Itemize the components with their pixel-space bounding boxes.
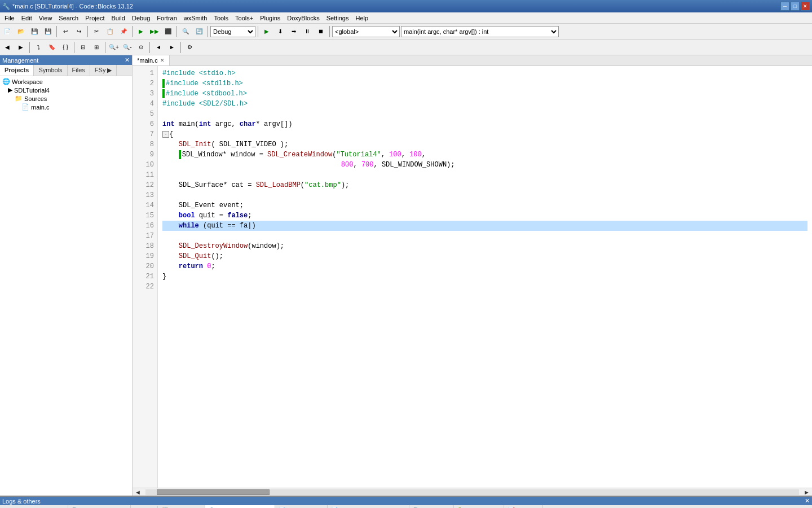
logs-label: Logs & others: [2, 498, 41, 505]
redo-button[interactable]: ↪: [73, 25, 85, 38]
tab-fsy[interactable]: FSy ▶: [90, 65, 117, 76]
tab-projects[interactable]: Projects: [0, 65, 34, 76]
mainc-label: main.c: [31, 104, 49, 111]
menu-fortran[interactable]: Fortran: [153, 14, 180, 23]
tree-mainc[interactable]: 📄 main.c: [1, 103, 131, 111]
sidebar-tabs: Projects Symbols Files FSy ▶: [0, 65, 132, 76]
minimize-button[interactable]: ─: [780, 2, 789, 11]
bottom-tab-cccc[interactable]: Cccc ✕: [131, 506, 158, 509]
build-button[interactable]: ▶: [135, 25, 147, 38]
menu-file[interactable]: File: [1, 14, 18, 23]
jump-button[interactable]: ⤵: [32, 41, 45, 54]
fold-all[interactable]: ⊟: [77, 41, 89, 54]
editor-tab-mainc[interactable]: *main.c ✕: [133, 55, 170, 65]
tree-project[interactable]: ▶ SDLTutorial4: [1, 86, 131, 94]
bottom-tab-dox[interactable]: 📝 Dox▶ ✕: [504, 505, 543, 508]
window-controls[interactable]: ─ □ ✕: [780, 2, 810, 11]
new-button[interactable]: 📄: [1, 25, 14, 38]
sep6: [258, 26, 258, 37]
find-button[interactable]: 🔍: [179, 25, 192, 38]
bottom-tab-codeblocks[interactable]: ⚙ Code::Blocks ✕: [11, 505, 68, 508]
sep7: [329, 26, 330, 37]
maximize-button[interactable]: □: [791, 2, 800, 11]
zoom-in[interactable]: 🔍+: [108, 41, 120, 54]
sources-label: Sources: [24, 95, 47, 102]
menu-debug[interactable]: Debug: [129, 14, 153, 23]
zoom-out[interactable]: 🔍-: [121, 41, 134, 54]
menu-wxsmith[interactable]: wxSmith: [180, 14, 211, 23]
cursor-right[interactable]: ►: [166, 41, 178, 54]
menu-settings[interactable]: Settings: [323, 14, 352, 23]
close-button[interactable]: ✕: [801, 2, 810, 11]
copy-button[interactable]: 📋: [104, 25, 116, 38]
code-editor[interactable]: #include <stdio.h> #include <stdlib.h> #…: [158, 66, 812, 488]
horizontal-scrollbar[interactable]: ◄ ►: [133, 488, 812, 496]
prev-button[interactable]: ◀: [1, 41, 14, 54]
menu-help[interactable]: Help: [352, 14, 372, 23]
sep4: [176, 26, 177, 37]
menu-search[interactable]: Search: [55, 14, 82, 23]
menu-tools-plus[interactable]: Tools+: [232, 14, 257, 23]
line-numbers: 12345 678910 1112131415 1617181920 2122: [133, 66, 158, 488]
cursor-left[interactable]: ◄: [152, 41, 165, 54]
bookmark-button[interactable]: 🔖: [46, 41, 58, 54]
next-button[interactable]: ▶: [15, 41, 27, 54]
debug-step[interactable]: ⬇: [274, 25, 286, 38]
sep5: [208, 26, 208, 37]
debug-run[interactable]: ▶: [261, 25, 273, 38]
bottom-tab-buildlog[interactable]: 📋 Build log ✕: [158, 505, 205, 508]
menu-edit[interactable]: Edit: [18, 14, 36, 23]
save-all-button[interactable]: 💾: [42, 25, 54, 38]
sep11: [149, 42, 150, 53]
function-select[interactable]: main(int argc, char* argv[]) : int: [401, 26, 559, 37]
menu-tools[interactable]: Tools: [210, 14, 232, 23]
tree-sources[interactable]: 📁 Sources: [1, 94, 131, 103]
sidebar-close[interactable]: ✕: [125, 56, 130, 64]
sep3: [132, 26, 133, 37]
paste-button[interactable]: 📌: [117, 25, 130, 38]
menu-view[interactable]: View: [36, 14, 56, 23]
sidebar: Management ✕ Projects Symbols Files FSy …: [0, 55, 133, 496]
bottom-tab-search[interactable]: 🔍 Search results ✕: [68, 505, 131, 508]
tree-workspace[interactable]: 🌐 Workspace: [1, 77, 131, 86]
editor-area: *main.c ✕ 12345 678910 1112131415 161718…: [133, 55, 812, 496]
scope-select[interactable]: <global>: [332, 26, 400, 37]
bottom-tab-buildmsg[interactable]: 🔨 Build messages ✕: [205, 505, 276, 508]
bottom-panel: Logs & others ✕ ◄ ⚙ Code::Blocks ✕ 🔍 Sea…: [0, 496, 812, 508]
tab-close[interactable]: ✕: [160, 58, 165, 63]
debug-pause[interactable]: ⏸: [301, 25, 314, 38]
unfold-all[interactable]: ⊞: [90, 41, 103, 54]
scroll-left[interactable]: ◄: [133, 488, 143, 497]
save-button[interactable]: 💾: [28, 25, 41, 38]
undo-button[interactable]: ↩: [59, 25, 72, 38]
match-button[interactable]: { }: [59, 41, 72, 54]
scroll-thumb[interactable]: [157, 489, 270, 495]
menu-plugins[interactable]: Plugins: [257, 14, 284, 23]
bottom-tab-cscope[interactable]: 🔍 Cscope ✕: [409, 505, 453, 508]
target-select[interactable]: Debug Release: [210, 26, 255, 37]
toolbar-2: ◀ ▶ ⤵ 🔖 { } ⊟ ⊞ 🔍+ 🔍- ⊙ ◄ ► ⚙: [0, 40, 812, 55]
menu-build[interactable]: Build: [108, 14, 128, 23]
tabs-prev[interactable]: ◄: [0, 506, 11, 509]
zoom-reset[interactable]: ⊙: [135, 41, 147, 54]
menu-project[interactable]: Project: [82, 14, 108, 23]
bottom-tab-cppcheck[interactable]: 📄 CppCheck ✕: [275, 505, 327, 508]
cut-button[interactable]: ✂: [90, 25, 103, 38]
window-title: *main.c [SDLTutorial4] - Code::Blocks 13…: [12, 3, 133, 10]
bottom-tab-cppcheckmsg[interactable]: 📄 CppCheck messages ✕: [328, 505, 410, 508]
debug-stop[interactable]: ⏹: [315, 25, 327, 38]
bottom-tab-debugger[interactable]: 🐛 Debugger ✕: [454, 505, 504, 508]
replace-button[interactable]: 🔄: [193, 25, 205, 38]
bottom-tabs: ◄ ⚙ Code::Blocks ✕ 🔍 Search results ✕ Cc…: [0, 505, 812, 508]
menu-doxyblocks[interactable]: DoxyBlocks: [284, 14, 323, 23]
scroll-track[interactable]: [145, 489, 799, 495]
open-button[interactable]: 📂: [15, 25, 27, 38]
settings-btn[interactable]: ⚙: [183, 41, 196, 54]
stop-button[interactable]: ⬛: [162, 25, 174, 38]
logs-close[interactable]: ✕: [805, 497, 810, 505]
tab-symbols[interactable]: Symbols: [34, 65, 67, 76]
debug-next[interactable]: ➡: [288, 25, 300, 38]
scroll-right[interactable]: ►: [801, 488, 812, 497]
run-button[interactable]: ▶▶: [148, 25, 161, 38]
tab-files[interactable]: Files: [68, 65, 90, 76]
